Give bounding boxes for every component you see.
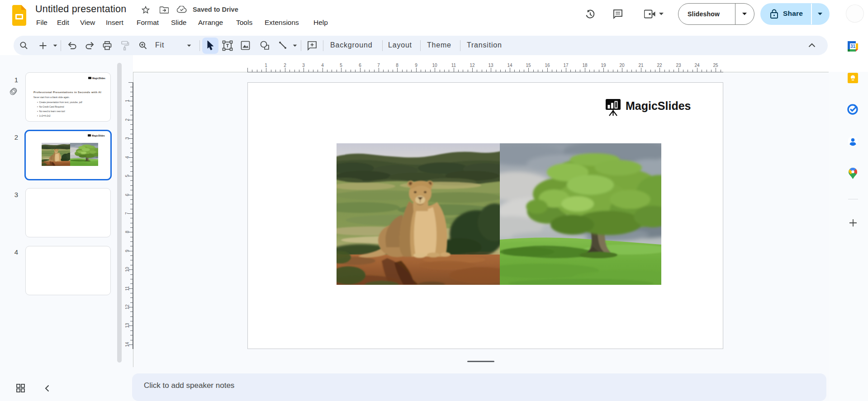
svg-text:MagicSlides: MagicSlides: [92, 77, 105, 80]
svg-text:31: 31: [850, 44, 856, 49]
svg-text:MagicSlides: MagicSlides: [92, 134, 105, 137]
